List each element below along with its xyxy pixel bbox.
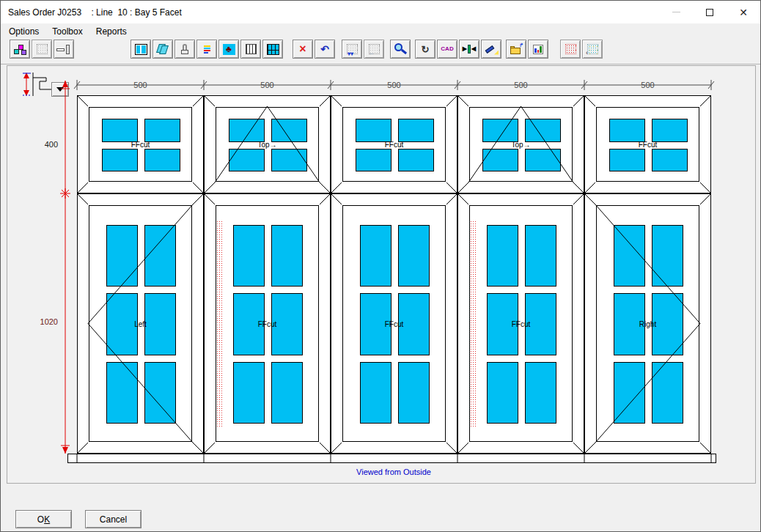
menu-reports[interactable]: Reports bbox=[89, 24, 133, 39]
facet-3-top-sash[interactable]: FFcut bbox=[331, 95, 457, 193]
zoom-button[interactable] bbox=[390, 40, 411, 59]
glass-pane[interactable] bbox=[106, 225, 138, 287]
delete-button[interactable]: × bbox=[293, 40, 313, 59]
top-dimension-1: 500 bbox=[130, 81, 150, 89]
glass-pane[interactable] bbox=[229, 119, 265, 142]
glass-pane[interactable] bbox=[356, 149, 391, 172]
drawing-canvas[interactable]: Viewed from Outside 50050050050050040010… bbox=[7, 65, 756, 484]
glass-pane[interactable] bbox=[233, 225, 265, 287]
minimize-button[interactable] bbox=[659, 1, 693, 23]
glass-pane[interactable] bbox=[271, 119, 307, 142]
glass-pane[interactable] bbox=[398, 119, 434, 142]
glass-pane[interactable] bbox=[398, 225, 430, 287]
copy-items-icon bbox=[12, 43, 27, 56]
toolbar-group-8: ‹ bbox=[560, 40, 604, 59]
rotate-view-button[interactable]: ↻ bbox=[415, 40, 435, 59]
undo-button[interactable]: ↶ bbox=[315, 40, 335, 59]
glass-pane[interactable] bbox=[525, 119, 561, 142]
top-dimension-3: 500 bbox=[383, 81, 404, 89]
dimension-style-dropdown[interactable] bbox=[51, 82, 69, 97]
glass-pane[interactable] bbox=[652, 119, 688, 142]
facet-4-top-sash[interactable]: Top→ bbox=[457, 95, 584, 193]
glass-pane[interactable] bbox=[609, 149, 645, 172]
report-chart-button[interactable] bbox=[528, 40, 548, 59]
hardware-button[interactable] bbox=[174, 40, 195, 59]
glass-pane[interactable] bbox=[144, 293, 176, 355]
menu-toolbox[interactable]: Toolbox bbox=[45, 24, 89, 39]
glass-pane[interactable] bbox=[144, 119, 180, 142]
glass-pane[interactable] bbox=[144, 149, 180, 172]
dimension-points-button[interactable]: ▾▾ bbox=[342, 40, 362, 59]
facet-2-top-sash[interactable]: Top→ bbox=[204, 95, 331, 193]
maximize-button[interactable] bbox=[693, 1, 727, 23]
glass-pane[interactable] bbox=[229, 149, 265, 172]
auto-arrange-button[interactable]: ▶◀ bbox=[459, 40, 479, 59]
toolbar-group-4: ▾▾← bbox=[342, 40, 386, 59]
ok-button[interactable]: OK bbox=[15, 510, 72, 528]
toolbar-group-1 bbox=[10, 40, 76, 59]
facet-1-bottom-sash[interactable]: Left bbox=[77, 193, 204, 454]
dimension-move-button: ← bbox=[364, 40, 384, 59]
menu-options[interactable]: Options bbox=[2, 24, 45, 39]
facet-4-bottom-sash[interactable]: FFcut bbox=[457, 193, 584, 454]
close-button[interactable]: ✕ bbox=[727, 1, 760, 23]
glass-pane[interactable] bbox=[614, 362, 645, 424]
glass-pane[interactable] bbox=[144, 225, 176, 287]
vertical-bars-button[interactable] bbox=[240, 40, 261, 59]
glass-pane[interactable] bbox=[398, 149, 434, 172]
survey-grid-button bbox=[560, 40, 581, 59]
glass-pane[interactable] bbox=[652, 225, 683, 287]
cad-button[interactable]: CAD bbox=[437, 40, 457, 59]
save-layout-icon: ↱ bbox=[509, 43, 523, 56]
pattern-move-icon: ‹ bbox=[585, 43, 600, 56]
glass-pane[interactable] bbox=[398, 362, 430, 424]
horizontal-bars-button[interactable] bbox=[262, 40, 283, 59]
glass-pane[interactable] bbox=[482, 149, 518, 172]
glass-pane[interactable] bbox=[356, 119, 391, 142]
tab-label: Situation bbox=[18, 487, 40, 502]
left-dimension-top: 400 bbox=[43, 140, 59, 149]
facet-4-top-label: Top→ bbox=[511, 141, 530, 149]
glass-pane[interactable] bbox=[271, 149, 307, 172]
window-editor-button[interactable] bbox=[130, 40, 151, 59]
specification-button[interactable] bbox=[196, 40, 217, 59]
glass-pane[interactable] bbox=[482, 119, 518, 142]
facet-2-bottom-sash[interactable]: FFcut bbox=[204, 193, 331, 454]
section-profile-button[interactable] bbox=[54, 40, 74, 59]
glass-pane[interactable] bbox=[525, 362, 556, 424]
glass-pane[interactable] bbox=[102, 149, 138, 172]
glass-pane[interactable] bbox=[360, 225, 391, 287]
glass-pane[interactable] bbox=[525, 149, 561, 172]
glazing-button[interactable] bbox=[152, 40, 173, 59]
save-layout-button[interactable]: ↱ bbox=[506, 40, 526, 59]
close-icon: ✕ bbox=[739, 7, 748, 18]
glass-pane[interactable] bbox=[271, 362, 303, 424]
glass-pane[interactable] bbox=[271, 225, 303, 287]
marquee-select-icon bbox=[34, 43, 49, 56]
sales-order-window: Sales Order J0253 : Line 10 : Bay 5 Face… bbox=[0, 0, 761, 532]
glass-pane[interactable] bbox=[233, 362, 265, 424]
outside-view-button[interactable]: ♣ bbox=[218, 40, 239, 59]
glass-pane[interactable] bbox=[652, 293, 683, 355]
copy-items-button[interactable] bbox=[10, 40, 30, 59]
glass-pane[interactable] bbox=[652, 362, 683, 424]
glass-pane[interactable] bbox=[652, 149, 688, 172]
glass-pane[interactable] bbox=[487, 225, 518, 287]
facet-5-bottom-sash[interactable]: Right bbox=[584, 193, 711, 454]
glass-pane[interactable] bbox=[106, 293, 138, 355]
highlight-torch-button[interactable] bbox=[481, 40, 501, 59]
glass-pane[interactable] bbox=[106, 362, 138, 424]
glass-pane[interactable] bbox=[144, 362, 176, 424]
glass-pane[interactable] bbox=[360, 362, 391, 424]
glass-pane[interactable] bbox=[102, 119, 138, 142]
window-controls: ✕ bbox=[659, 1, 760, 23]
facet-3-bottom-sash[interactable]: FFcut bbox=[331, 193, 457, 454]
facet-5-top-sash[interactable]: FFcut bbox=[584, 95, 711, 193]
cancel-button[interactable]: Cancel bbox=[85, 510, 141, 528]
glass-pane[interactable] bbox=[525, 225, 556, 287]
menu-bar: OptionsToolboxReports bbox=[1, 23, 760, 39]
glass-pane[interactable] bbox=[609, 119, 645, 142]
glass-pane[interactable] bbox=[614, 225, 645, 287]
facet-1-top-sash[interactable]: FFcut bbox=[77, 95, 204, 193]
glass-pane[interactable] bbox=[487, 362, 518, 424]
